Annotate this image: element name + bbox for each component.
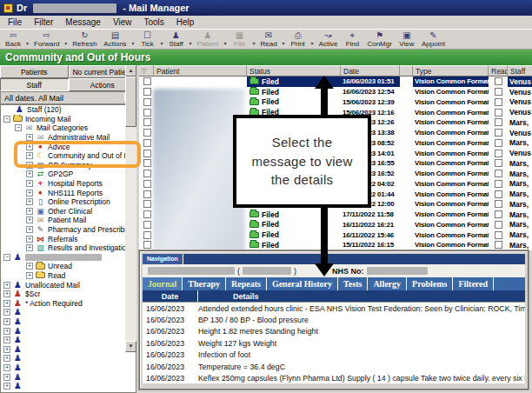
read-checkbox[interactable] [495, 77, 502, 85]
tree-item-item[interactable]: +♟ [1, 372, 136, 382]
message-checkbox[interactable] [143, 241, 151, 249]
sidebar-tab-patients[interactable]: Patients [0, 65, 69, 78]
expand-plus-icon[interactable]: + [3, 336, 10, 343]
scroll-up-icon[interactable]: ▲ [125, 65, 136, 77]
message-row[interactable]: Filed16/06/2023 01:51Vision Common Forma… [139, 77, 532, 87]
dropdown-caret-icon[interactable]: ▾ [130, 40, 136, 49]
tree-item-gp2gp[interactable]: +⇄GP2GP [1, 170, 136, 179]
tree-item-item[interactable]: +♟ [1, 308, 136, 317]
tree-item-other-clinical[interactable]: +▣Other Clinical [1, 207, 136, 216]
patient-column-header[interactable]: Patient [154, 65, 247, 77]
read-button[interactable]: ✉Read [257, 30, 281, 49]
expand-plus-icon[interactable]: + [3, 346, 10, 353]
message-checkbox[interactable] [143, 109, 151, 117]
expand-plus-icon[interactable]: + [3, 364, 10, 371]
dropdown-caret-icon[interactable]: ▾ [223, 40, 229, 49]
journal-entry-row[interactable]: 16/06/2023Height 1.82 metres Standing he… [143, 326, 525, 337]
filter-column-header[interactable]: ▽ [139, 65, 154, 77]
expand-plus-icon[interactable]: + [26, 236, 33, 243]
message-checkbox[interactable] [143, 180, 151, 188]
dropdown-caret-icon[interactable]: ▾ [251, 40, 257, 49]
dropdown-caret-icon[interactable]: ▾ [281, 40, 287, 49]
expand-plus-icon[interactable]: + [26, 208, 33, 215]
tree-item-unread[interactable]: +Unread [1, 262, 136, 271]
message-checkbox[interactable] [143, 221, 151, 229]
journal-entry-row[interactable]: 16/06/2023BP 130 / 80 BP - Blood pressur… [143, 314, 525, 325]
sidebar-tab-staff[interactable]: Staff [0, 78, 69, 91]
tab-filtered[interactable]: Filtered [453, 277, 494, 290]
tree-item-nhs111-reports[interactable]: +●NHS111 Reports [1, 188, 136, 197]
read-checkbox[interactable] [495, 118, 502, 126]
expand-plus-icon[interactable]: + [3, 318, 10, 325]
expand-plus-icon[interactable]: + [3, 290, 10, 297]
tree-item-item[interactable]: +♟ [1, 363, 136, 373]
actions-button[interactable]: ▤Actions [100, 30, 130, 49]
tree-item-incoming-mail[interactable]: −Incoming Mail [1, 115, 136, 124]
appoint-button[interactable]: ✎Appoint [418, 30, 449, 49]
active-button[interactable]: ↝Active [316, 30, 342, 49]
collapse-minus-icon[interactable]: − [15, 124, 22, 131]
message-checkbox[interactable] [143, 139, 151, 147]
journal-entry-row[interactable]: 16/06/2023Keflex 250mg capsules (Flynn P… [143, 372, 525, 383]
tree-item-item[interactable]: +♟ [1, 344, 136, 354]
message-checkbox[interactable] [143, 231, 151, 239]
tab-journal[interactable]: Journal [143, 277, 183, 290]
expand-plus-icon[interactable]: + [26, 272, 33, 279]
message-checkbox[interactable] [143, 88, 151, 96]
read-column-header[interactable]: Read [489, 65, 508, 77]
scroll-down-icon[interactable]: ▼ [125, 341, 136, 352]
view-button[interactable]: ▣View [396, 30, 418, 49]
dropdown-caret-icon[interactable]: ▾ [63, 40, 69, 49]
read-checkbox[interactable] [495, 221, 502, 229]
message-checkbox[interactable] [143, 129, 151, 137]
tree-item-item[interactable]: +♟ [1, 382, 136, 391]
tree-item-unallocated-mail[interactable]: +♟Unallocated Mail [1, 280, 136, 290]
read-checkbox[interactable] [495, 139, 502, 147]
tree-item-mail-categories[interactable]: −✉Mail Categories [1, 123, 136, 133]
dropdown-caret-icon[interactable]: ▾ [309, 40, 316, 49]
collapse-minus-icon[interactable]: − [3, 254, 10, 261]
expand-plus-icon[interactable]: + [3, 374, 10, 381]
tree-item-hospital-reports[interactable]: ++Hospital Reports [1, 179, 136, 189]
expand-plus-icon[interactable]: + [26, 180, 33, 187]
menu-help[interactable]: Help [170, 17, 201, 28]
expand-plus-icon[interactable]: + [26, 134, 33, 141]
menu-message[interactable]: Message [59, 17, 107, 28]
read-checkbox[interactable] [495, 170, 502, 177]
expand-plus-icon[interactable]: + [3, 383, 10, 390]
read-checkbox[interactable] [495, 200, 502, 208]
menu-filter[interactable]: Filter [28, 17, 59, 28]
tree-item-staff-120[interactable]: ♟Staff (120) [1, 105, 136, 115]
dropdown-caret-icon[interactable]: ▾ [159, 40, 165, 49]
tree-item-action-required[interactable]: +♟* Action Required [1, 298, 136, 308]
dropdown-caret-icon[interactable]: ▾ [24, 40, 30, 49]
expand-plus-icon[interactable]: + [26, 216, 33, 223]
tree-item-patient-mail[interactable]: +✉Patient Mail [1, 216, 136, 225]
journal-entry-row[interactable]: 16/06/2023Temperature = 36.4 degC [143, 361, 525, 372]
spacer-column-header[interactable] [400, 65, 413, 77]
read-checkbox[interactable] [495, 190, 502, 198]
message-checkbox[interactable] [143, 210, 151, 218]
read-checkbox[interactable] [495, 109, 502, 117]
tab-repeats[interactable]: Repeats [226, 277, 267, 290]
journal-entry-row[interactable]: 16/06/2023Infection of foot [143, 350, 525, 361]
tree-item-scr[interactable]: +♟$Scr [1, 290, 136, 299]
scrollbar-thumb[interactable] [125, 77, 136, 127]
expand-plus-icon[interactable]: + [3, 328, 10, 335]
refresh-button[interactable]: ↻Refresh [69, 30, 100, 49]
tree-item-pharmacy-and-prescribing[interactable]: +✎Pharmacy and Prescribing [1, 225, 136, 235]
expand-plus-icon[interactable]: + [26, 198, 33, 205]
date-column-header[interactable]: Date [341, 65, 400, 77]
staff-column-header[interactable]: Staff [508, 65, 532, 77]
expand-plus-icon[interactable]: + [3, 355, 10, 362]
message-checkbox[interactable] [143, 170, 151, 177]
tree-item-item[interactable]: +♟ [1, 317, 136, 327]
expand-plus-icon[interactable]: + [3, 309, 10, 316]
message-checkbox[interactable] [143, 150, 151, 157]
find-button[interactable]: ⌖Find [341, 30, 363, 49]
journal-entry-row[interactable]: 16/06/2023Attended extended hours clinic… [143, 303, 525, 314]
tree-scrollbar[interactable]: ▲ ▼ [125, 65, 136, 352]
menu-view[interactable]: View [107, 17, 138, 28]
message-checkbox[interactable] [143, 118, 151, 126]
details-column-header[interactable]: Details [198, 290, 259, 302]
